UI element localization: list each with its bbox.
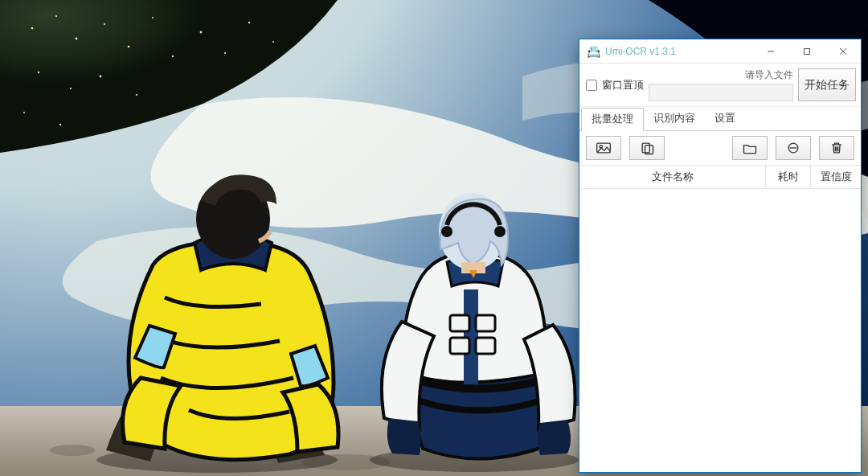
column-time[interactable]: 耗时 (766, 166, 811, 188)
app-window: 📇 Umi-OCR v1.3.1 窗口置顶 请导入文件 开始任务 批量处理 识别… (579, 39, 862, 473)
folder-icon (742, 141, 758, 155)
svg-rect-40 (642, 143, 649, 153)
import-area: 请导入文件 (649, 68, 793, 101)
svg-point-12 (272, 41, 274, 43)
top-bar: 窗口置顶 请导入文件 开始任务 (579, 64, 861, 107)
svg-rect-29 (450, 338, 469, 354)
image-icon (596, 141, 612, 155)
import-dropzone[interactable] (649, 84, 793, 101)
svg-rect-30 (476, 338, 495, 354)
pin-window-checkbox[interactable]: 窗口置顶 (586, 68, 644, 101)
svg-point-11 (248, 22, 250, 23)
svg-point-14 (70, 88, 72, 89)
clear-icon (785, 141, 801, 155)
svg-point-33 (494, 226, 506, 237)
titlebar[interactable]: 📇 Umi-OCR v1.3.1 (579, 39, 861, 64)
clipboard-icon (639, 141, 655, 155)
app-icon: 📇 (586, 44, 600, 59)
maximize-button[interactable] (788, 39, 825, 64)
delete-button[interactable] (819, 136, 854, 160)
svg-point-6 (128, 46, 130, 48)
import-hint: 请导入文件 (745, 68, 793, 82)
start-task-button[interactable]: 开始任务 (798, 68, 856, 101)
window-title: Umi-OCR v1.3.1 (605, 46, 676, 57)
svg-point-9 (200, 31, 203, 34)
screenshot-button[interactable] (586, 136, 621, 160)
svg-point-10 (224, 52, 226, 54)
paste-button[interactable] (629, 136, 665, 160)
svg-rect-28 (476, 315, 495, 331)
pin-window-label: 窗口置顶 (602, 78, 644, 92)
column-confidence[interactable]: 置信度 (811, 166, 861, 188)
svg-point-2 (31, 27, 34, 30)
svg-point-15 (100, 76, 102, 78)
svg-point-4 (76, 38, 78, 40)
svg-point-5 (104, 23, 105, 25)
svg-point-16 (136, 94, 137, 96)
open-folder-button[interactable] (732, 136, 768, 160)
tab-result[interactable]: 识别内容 (644, 108, 705, 131)
svg-point-32 (441, 226, 452, 237)
toolbar (579, 131, 861, 165)
minimize-button[interactable] (752, 39, 788, 64)
pin-window-checkbox-input[interactable] (586, 80, 597, 91)
svg-point-3 (55, 15, 57, 17)
tab-batch[interactable]: 批量处理 (581, 108, 644, 131)
svg-rect-35 (804, 48, 809, 54)
trash-icon (829, 141, 845, 155)
tab-strip: 批量处理 识别内容 设置 (579, 107, 861, 131)
svg-point-20 (50, 445, 95, 456)
clear-button[interactable] (776, 136, 811, 160)
svg-point-13 (38, 72, 39, 73)
svg-point-8 (172, 55, 174, 57)
tab-settings[interactable]: 设置 (705, 108, 745, 131)
close-button[interactable] (825, 39, 861, 64)
svg-point-7 (152, 17, 154, 18)
svg-rect-27 (450, 315, 469, 331)
list-header: 文件名称 耗时 置信度 (579, 165, 861, 189)
file-list[interactable] (579, 189, 861, 472)
svg-point-18 (59, 124, 61, 125)
column-filename[interactable]: 文件名称 (579, 166, 766, 188)
svg-point-17 (23, 112, 25, 113)
